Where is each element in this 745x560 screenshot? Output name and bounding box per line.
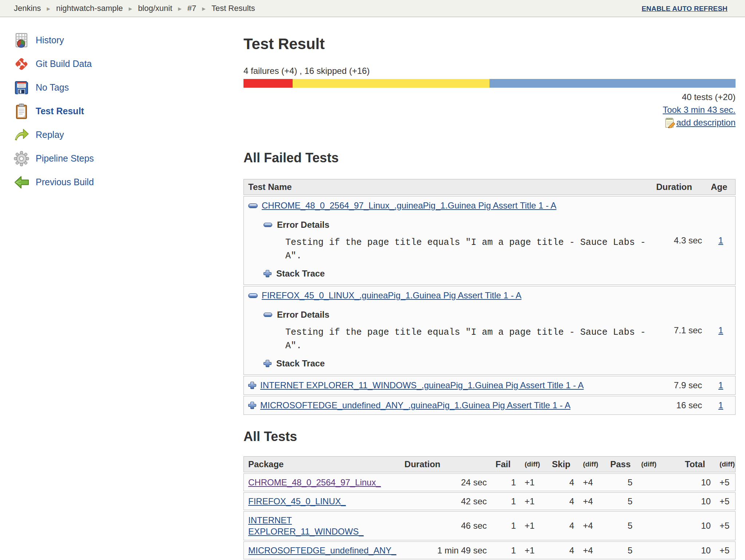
column-header-age[interactable]: Age: [706, 179, 736, 195]
fail-diff-cell: +1: [520, 541, 548, 559]
chevron-right-icon: ▸: [178, 4, 182, 13]
breadcrumb-item-jenkins[interactable]: Jenkins: [14, 4, 41, 13]
duration-cell: 42 sec: [400, 492, 491, 510]
column-header-test-name[interactable]: Test Name: [243, 179, 652, 195]
expand-icon[interactable]: [263, 270, 272, 278]
error-details-label[interactable]: Error Details: [277, 220, 329, 230]
column-header-package[interactable]: Package: [243, 456, 400, 472]
total-cell: 10: [681, 541, 715, 559]
skip-diff-cell: +4: [579, 492, 606, 510]
floppy-disk-icon: [13, 79, 30, 96]
package-link[interactable]: INTERNET EXPLORER_11_WINDOWS_: [248, 515, 364, 536]
package-row: INTERNET EXPLORER_11_WINDOWS_ 46 sec 1 +…: [243, 511, 736, 540]
fail-diff-cell: +1: [520, 492, 548, 510]
expand-icon[interactable]: [248, 381, 256, 389]
chevron-right-icon: ▸: [202, 4, 206, 13]
breadcrumb-item-test-results[interactable]: Test Results: [211, 4, 255, 13]
age-link[interactable]: 1: [718, 400, 723, 410]
column-header-total[interactable]: Total: [681, 456, 715, 472]
sidebar-item-git-build-data[interactable]: Git Build Data: [13, 52, 224, 76]
column-header-pass[interactable]: Pass: [606, 456, 637, 472]
breadcrumb-item-job[interactable]: nightwatch-sample: [56, 4, 123, 13]
age-cell: 1: [706, 196, 736, 285]
sidebar-item-label: No Tags: [36, 82, 69, 93]
age-link[interactable]: 1: [718, 380, 723, 390]
duration-cell: 16 sec: [652, 396, 706, 415]
stack-trace-label[interactable]: Stack Trace: [276, 358, 325, 369]
breadcrumb-bar: Jenkins ▸ nightwatch-sample ▸ blog/xunit…: [0, 0, 745, 17]
duration-cell: 24 sec: [400, 473, 491, 491]
total-cell: 10: [681, 473, 715, 491]
failed-tests-table: Test Name Duration Age CHROME_48_0_2564_…: [243, 178, 736, 416]
sidebar-item-label: Previous Build: [36, 177, 94, 187]
chevron-right-icon: ▸: [47, 4, 51, 13]
sidebar-item-label: Test Result: [36, 106, 84, 116]
duration-cell: 7.9 sec: [652, 376, 706, 395]
error-details-label[interactable]: Error Details: [277, 310, 329, 320]
column-header-skip-diff[interactable]: (diff): [579, 456, 606, 472]
collapse-icon[interactable]: [248, 293, 258, 298]
breadcrumb-item-build[interactable]: #7: [187, 4, 196, 13]
expand-icon[interactable]: [263, 360, 272, 368]
failure-summary: 4 failures (+4) , 16 skipped (+16): [243, 66, 736, 76]
failed-test-link[interactable]: CHROME_48_0_2564_97_Linux_.guineaPig_1.G…: [262, 200, 556, 211]
enable-auto-refresh-link[interactable]: ENABLE AUTO REFRESH: [642, 5, 728, 13]
age-link[interactable]: 1: [718, 325, 723, 335]
sidebar-item-pipeline-steps[interactable]: Pipeline Steps: [13, 147, 224, 170]
sidebar-item-label: History: [36, 35, 64, 45]
collapse-icon[interactable]: [248, 203, 258, 208]
took-duration-link[interactable]: Took 3 min 43 sec.: [663, 105, 736, 115]
pass-cell: 5: [606, 541, 637, 559]
sidebar-item-test-result[interactable]: Test Result: [13, 99, 224, 123]
bar-passed-segment: [490, 79, 736, 88]
expand-icon[interactable]: [248, 401, 256, 409]
sidebar-item-replay[interactable]: Replay: [13, 123, 224, 147]
collapse-icon[interactable]: [263, 223, 272, 227]
column-header-fail-diff[interactable]: (diff): [520, 456, 548, 472]
total-diff-cell: +5: [715, 541, 736, 559]
duration-cell: 1 min 49 sec: [400, 541, 491, 559]
package-link[interactable]: CHROME_48_0_2564_97_Linux_: [248, 477, 381, 487]
package-link[interactable]: FIREFOX_45_0_LINUX_: [248, 496, 346, 506]
collapse-icon[interactable]: [263, 313, 272, 317]
fail-cell: 1: [491, 511, 520, 540]
all-tests-table: Package Duration Fail (diff) Skip (diff)…: [243, 455, 736, 560]
total-tests-count: 40 tests (+20): [243, 91, 736, 103]
pass-diff-cell: [637, 541, 681, 559]
failed-test-row: MICROSOFTEDGE_undefined_ANY_.guineaPig_1…: [243, 396, 736, 415]
column-header-skip[interactable]: Skip: [548, 456, 579, 472]
failed-test-link[interactable]: FIREFOX_45_0_LINUX_.guineaPig_1.Guinea P…: [262, 290, 522, 301]
sidebar-item-previous-build[interactable]: Previous Build: [13, 170, 224, 194]
age-cell: 1: [706, 396, 736, 415]
skip-diff-cell: +4: [579, 511, 606, 540]
arrow-left-icon: [13, 174, 30, 191]
failed-test-link[interactable]: MICROSOFTEDGE_undefined_ANY_.guineaPig_1…: [260, 400, 570, 410]
sidebar-item-label: Pipeline Steps: [36, 153, 94, 164]
skip-cell: 4: [548, 473, 579, 491]
age-cell: 1: [706, 376, 736, 395]
add-description-link[interactable]: add description: [676, 118, 736, 127]
replay-icon: [13, 127, 30, 143]
package-link[interactable]: MICROSOFTEDGE_undefined_ANY_: [248, 545, 396, 555]
pass-diff-cell: [637, 473, 681, 491]
failed-test-link[interactable]: INTERNET EXPLORER_11_WINDOWS_.guineaPig_…: [260, 380, 584, 390]
sidebar-item-label: Replay: [36, 130, 64, 140]
column-header-fail[interactable]: Fail: [491, 456, 520, 472]
sidebar-item-label: Git Build Data: [36, 59, 92, 69]
sidebar-item-history[interactable]: History: [13, 28, 224, 52]
test-result-bar: [243, 79, 736, 88]
package-row: MICROSOFTEDGE_undefined_ANY_ 1 min 49 se…: [243, 541, 736, 559]
clipboard-icon: [13, 103, 30, 120]
breadcrumb-item-branch[interactable]: blog/xunit: [138, 4, 172, 13]
column-header-pass-diff[interactable]: (diff): [637, 456, 681, 472]
main-panel: Test Result 4 failures (+4) , 16 skipped…: [243, 17, 736, 560]
column-header-duration[interactable]: Duration: [652, 179, 706, 195]
age-link[interactable]: 1: [718, 235, 723, 245]
stack-trace-label[interactable]: Stack Trace: [276, 269, 325, 279]
failed-test-row: FIREFOX_45_0_LINUX_.guineaPig_1.Guinea P…: [243, 286, 736, 375]
column-header-total-diff[interactable]: (diff): [715, 456, 736, 472]
fail-diff-cell: +1: [520, 473, 548, 491]
sidebar-item-no-tags[interactable]: No Tags: [13, 76, 224, 99]
git-icon: [13, 56, 30, 72]
column-header-duration[interactable]: Duration: [400, 456, 491, 472]
